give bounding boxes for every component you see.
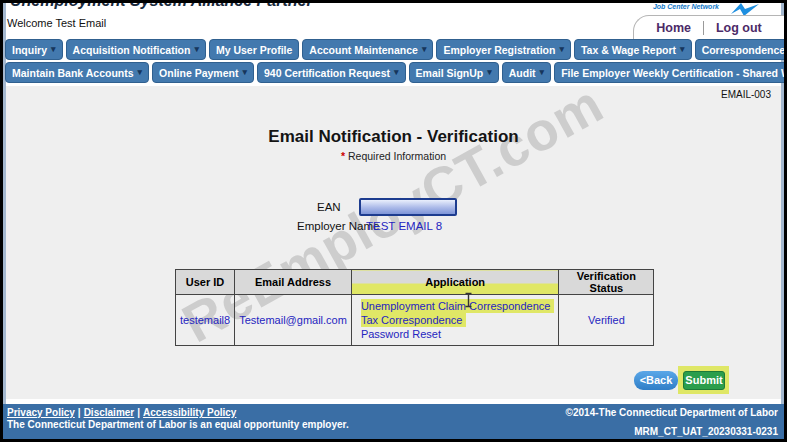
nav-maintain-bank-accounts[interactable]: Maintain Bank Accounts▾	[5, 62, 149, 83]
nav-label: Account Maintenance	[309, 44, 418, 56]
table-row: testemail8 Testemail@gmail.com Unemploym…	[176, 295, 654, 346]
chevron-down-icon: ▾	[194, 45, 199, 54]
nav-tax-wage-report[interactable]: Tax & Wage Report▾	[574, 39, 692, 60]
equal-opportunity-text: The Connecticut Department of Labor is a…	[7, 419, 349, 430]
tab-divider	[703, 21, 704, 35]
footer-links: Privacy Policy|Disclaimer|Accessibility …	[7, 407, 349, 418]
nav-label: Email SignUp	[416, 67, 484, 79]
back-button[interactable]: <Back	[634, 371, 678, 390]
application-item-highlighted: Tax Correspondence	[361, 313, 467, 327]
nav-acquisition-notification[interactable]: Acquisition Notification▾	[66, 39, 206, 60]
nav-my-user-profile[interactable]: My User Profile	[209, 39, 299, 60]
application-item-highlighted: Unemployment Claim Correspondence	[361, 299, 555, 313]
disclaimer-link[interactable]: Disclaimer	[84, 407, 135, 418]
page-code: EMAIL-003	[721, 89, 771, 100]
nav-email-signup[interactable]: Email SignUp▾	[409, 62, 499, 83]
job-center-network-label: Job Center Network	[653, 3, 719, 10]
nav-label: Correspondences	[702, 44, 787, 56]
footer-right: ©2014-The Connecticut Department of Labo…	[566, 404, 784, 439]
nav-label: Employer Registration	[443, 44, 555, 56]
logout-link[interactable]: Log out	[716, 21, 762, 35]
copyright-text: ©2014-The Connecticut Department of Labo…	[566, 407, 778, 418]
nav-correspondences[interactable]: Correspondences▾	[695, 39, 787, 60]
col-user-id: User ID	[176, 270, 235, 295]
cell-applications: Unemployment Claim Correspondence Tax Co…	[351, 295, 559, 346]
welcome-text: Welcome Test Email	[7, 17, 106, 29]
app-window: Unemployment System Alliance Partner Wel…	[0, 0, 787, 442]
nav-audit[interactable]: Audit▾	[502, 62, 551, 83]
required-text: Required Information	[348, 150, 446, 162]
nav-label: Online Payment	[159, 67, 238, 79]
col-verification-status: Verification Status	[559, 270, 654, 295]
nav-label: Inquiry	[12, 44, 47, 56]
footer-separator: |	[137, 407, 140, 418]
nav-label: Audit	[509, 67, 536, 79]
nav-label: My User Profile	[216, 44, 292, 56]
nav-label: Maintain Bank Accounts	[12, 67, 134, 79]
chevron-down-icon: ▾	[138, 68, 143, 77]
submit-button[interactable]: Submit	[683, 371, 725, 390]
col-email-address: Email Address	[235, 270, 352, 295]
chevron-down-icon: ▾	[487, 68, 492, 77]
required-asterisk: *	[341, 150, 345, 162]
app-title: Unemployment System Alliance Partner	[10, 0, 313, 10]
nav-inquiry[interactable]: Inquiry▾	[5, 39, 63, 60]
home-link[interactable]: Home	[656, 21, 691, 35]
nav-account-maintenance[interactable]: Account Maintenance▾	[302, 39, 433, 60]
privacy-policy-link[interactable]: Privacy Policy	[7, 407, 75, 418]
chevron-down-icon: ▾	[540, 68, 545, 77]
page-title: Email Notification - Verification	[0, 127, 787, 147]
nav-label: File Employer Weekly Certification - Sha…	[561, 67, 787, 79]
verification-table: User ID Email Address Application Verifi…	[175, 269, 654, 346]
cell-status: Verified	[559, 295, 654, 346]
col-application: Application	[351, 270, 559, 295]
accessibility-policy-link[interactable]: Accessibility Policy	[143, 407, 236, 418]
nav-file-employer-weekly-certification[interactable]: File Employer Weekly Certification - Sha…	[554, 62, 787, 83]
table-header-row: User ID Email Address Application Verifi…	[176, 270, 654, 295]
employer-name-value: TEST EMAIL 8	[366, 220, 442, 232]
footer-left: Privacy Policy|Disclaimer|Accessibility …	[3, 404, 349, 439]
nav-online-payment[interactable]: Online Payment▾	[152, 62, 254, 83]
build-id-text: MRM_CT_UAT_20230331-0231	[566, 426, 778, 437]
required-note: *Required Information	[0, 150, 787, 162]
nav-940-certification-request[interactable]: 940 Certification Request▾	[257, 62, 406, 83]
chevron-down-icon: ▾	[51, 45, 56, 54]
nav-label: Tax & Wage Report	[581, 44, 676, 56]
cell-email: Testemail@gmail.com	[235, 295, 352, 346]
nav-label: 940 Certification Request	[264, 67, 390, 79]
ean-value-box	[359, 198, 457, 216]
chevron-down-icon: ▾	[242, 68, 247, 77]
nav-row-2: Maintain Bank Accounts▾ Online Payment▾ …	[5, 62, 787, 83]
footer-separator: |	[78, 407, 81, 418]
footer: Privacy Policy|Disclaimer|Accessibility …	[3, 404, 784, 439]
chevron-down-icon: ▾	[394, 68, 399, 77]
nav-employer-registration[interactable]: Employer Registration▾	[436, 39, 571, 60]
nav-row-1: Inquiry▾ Acquisition Notification▾ My Us…	[5, 39, 787, 60]
ean-label: EAN	[317, 201, 341, 213]
application-item: Password Reset	[361, 327, 441, 341]
home-logout-tab: Home Log out	[633, 15, 784, 39]
nav-label: Acquisition Notification	[73, 44, 191, 56]
text-cursor	[463, 292, 474, 312]
chevron-down-icon: ▾	[680, 45, 685, 54]
chevron-down-icon: ▾	[422, 45, 427, 54]
cell-user-id: testemail8	[176, 295, 235, 346]
chevron-down-icon: ▾	[559, 45, 564, 54]
